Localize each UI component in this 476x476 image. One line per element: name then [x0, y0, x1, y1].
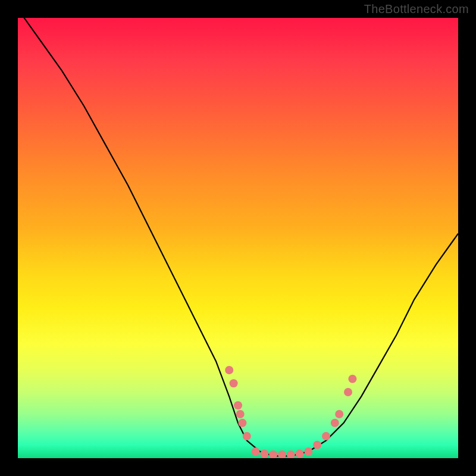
data-marker	[296, 450, 304, 458]
data-marker	[344, 388, 352, 396]
data-marker	[236, 410, 245, 418]
data-marker	[278, 450, 286, 458]
data-marker	[269, 450, 277, 458]
data-marker	[252, 447, 260, 456]
data-marker	[304, 447, 312, 456]
data-marker	[234, 401, 242, 409]
bottleneck-curve	[18, 18, 458, 456]
watermark-text: TheBottleneck.com	[364, 2, 469, 16]
data-marker	[243, 432, 251, 440]
data-marker	[331, 419, 339, 427]
data-marker	[313, 441, 321, 449]
data-marker	[230, 379, 238, 387]
chart-curve-overlay	[18, 18, 458, 458]
data-markers	[225, 366, 356, 458]
data-marker	[348, 375, 356, 383]
data-marker	[287, 450, 295, 458]
data-marker	[225, 366, 233, 374]
data-marker	[260, 450, 268, 458]
data-marker	[335, 410, 343, 418]
data-marker	[238, 419, 246, 427]
data-marker	[322, 432, 330, 440]
